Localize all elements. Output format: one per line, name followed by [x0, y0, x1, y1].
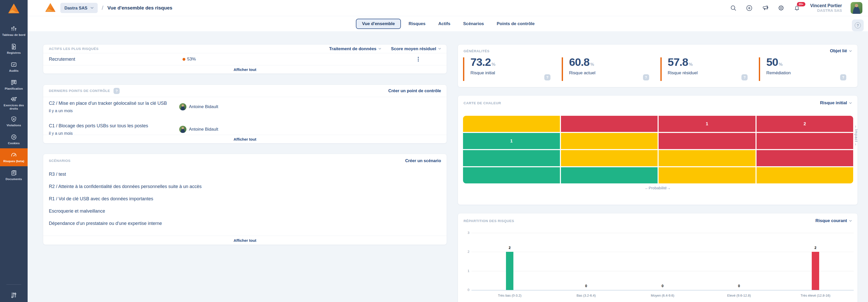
sidebar-item-violations[interactable]: Violations — [0, 112, 28, 130]
stats-row: 73.2% Risque initial ? 60.8% Risque actu… — [458, 57, 858, 81]
filter-score-type[interactable]: Score moyen résiduel — [391, 46, 441, 52]
sidebar-nav: Tableau de bord Registres Audits Planifi… — [0, 22, 28, 184]
add-circle-icon[interactable] — [746, 4, 753, 11]
audits-icon — [10, 61, 17, 68]
bar-chart-plot: 01232Très bas (0-3.2)0Bas (3.2-6.4)0Moye… — [471, 233, 854, 290]
gridline — [471, 290, 854, 291]
help-badge-icon[interactable]: ? — [741, 74, 748, 80]
panel-title: ACTIFS LES PLUS RISQUÉS — [49, 47, 99, 51]
row-actions-menu-icon[interactable] — [417, 56, 420, 62]
scenario-row[interactable]: Escroquerie et malveillance — [49, 208, 264, 215]
stat-risque-actuel: 60.8% Risque actuel ? — [562, 57, 660, 81]
create-scenario-link[interactable]: Créer un scénario — [405, 158, 441, 163]
filter-asset-type[interactable]: Traitement de données — [329, 46, 381, 52]
chevron-down-icon — [849, 50, 852, 52]
heatmap-cell[interactable] — [659, 133, 755, 149]
help-badge-icon[interactable]: ? — [643, 74, 649, 80]
tab-points-de-controle[interactable]: Points de contrôle — [492, 19, 540, 29]
heatmap-cell[interactable] — [561, 167, 658, 184]
scenario-row[interactable]: R1 / Vol de clé USB avec des données imp… — [49, 195, 264, 202]
heatmap-cell[interactable] — [561, 116, 658, 132]
heatmap-cell[interactable] — [756, 167, 854, 184]
x-axis-category-label: Bas (3.2-6.4) — [558, 294, 614, 297]
panel-risky-assets: ACTIFS LES PLUS RISQUÉS Traitement de do… — [43, 44, 447, 74]
bar[interactable] — [812, 252, 819, 290]
heatmap-x-axis-label: ←Probabilité→ — [458, 186, 858, 190]
help-badge-icon[interactable]: ? — [114, 88, 120, 94]
scenario-row[interactable]: R2 / Atteinte à la confidentialité des d… — [49, 183, 264, 190]
heatmap-cell[interactable]: 2 — [756, 116, 854, 132]
heatmap-y-axis-label: ←Impact→ — [854, 125, 859, 146]
filter-heatmap-risk[interactable]: Risque initial — [820, 101, 852, 106]
control-point-title: C2 / Mise en place d'un tracker géolocal… — [49, 100, 441, 106]
sidebar-item-audits[interactable]: Audits — [0, 58, 28, 76]
heatmap-cell[interactable] — [756, 133, 854, 149]
tab-actifs[interactable]: Actifs — [433, 19, 455, 29]
page-tabs: Vue d'ensemble Risques Actifs Scénarios … — [28, 16, 868, 31]
heatmap-cell[interactable] — [463, 116, 560, 132]
scenario-row[interactable]: Dépendance d'un prestataire ou d'une exp… — [49, 220, 264, 227]
settings-gear-icon[interactable] — [777, 4, 785, 11]
assignee: Antoine Bidault — [179, 126, 218, 133]
sidebar-item-risques[interactable]: Risques (beta) — [0, 148, 28, 166]
panel-risk-distribution: RÉPARTITION DES RISQUES Risque courant 0… — [458, 213, 858, 302]
create-control-point-link[interactable]: Créer un point de contrôle — [389, 88, 441, 93]
dastra-logo — [45, 2, 56, 13]
workspace-name: Dastra SAS — [64, 6, 87, 10]
heatmap-cell[interactable] — [756, 150, 854, 166]
heatmap-cell[interactable]: 1 — [463, 133, 560, 149]
app-root: Tableau de bord Registres Audits Planifi… — [0, 0, 868, 302]
panel-title: RÉPARTITION DES RISQUES — [464, 219, 514, 223]
help-badge-icon[interactable]: ? — [544, 74, 551, 80]
notifications-bell-icon[interactable]: 20+ — [793, 4, 801, 11]
show-all-link[interactable]: Afficher tout — [234, 67, 256, 72]
sidebar-item-documents[interactable]: Documents — [0, 166, 28, 184]
help-button[interactable]: ? — [852, 20, 864, 31]
preferences-sliders-icon — [10, 291, 18, 299]
sidebar-item-preferences[interactable] — [0, 288, 28, 302]
heatmap-cell[interactable] — [463, 167, 560, 184]
top-bar: Dastra SAS / Vue d'ensemble des risques … — [28, 0, 868, 16]
control-point-row[interactable]: C2 / Mise en place d'un tracker géolocal… — [43, 99, 447, 116]
x-axis-category-label: Elevé (9.6-12.8) — [711, 294, 767, 297]
user-avatar[interactable] — [850, 2, 862, 14]
heatmap-cell[interactable]: 1 — [659, 116, 755, 132]
sidebar-item-cookies[interactable]: Cookies — [0, 130, 28, 148]
chevron-down-icon — [438, 48, 441, 50]
heatmap-cell[interactable] — [561, 150, 658, 166]
sidebar-item-tableau-de-bord[interactable]: Tableau de bord — [0, 22, 28, 40]
dastra-triangle-logo[interactable] — [8, 3, 20, 15]
search-icon[interactable] — [730, 4, 737, 11]
heatmap-cell[interactable] — [463, 150, 560, 166]
assignee-avatar — [179, 126, 186, 133]
tab-vue-densemble[interactable]: Vue d'ensemble — [356, 19, 401, 29]
y-axis-tick-label: 0 — [461, 288, 469, 292]
stat-risque-residuel: 57.8% Risque résiduel ? — [660, 57, 759, 81]
documents-icon — [10, 170, 17, 176]
asset-row[interactable]: Recrutement 53% — [43, 53, 447, 65]
sidebar-item-planification[interactable]: Planification — [0, 76, 28, 94]
heatmap-cell[interactable] — [659, 167, 755, 184]
assignee-name: Antoine Bidault — [189, 127, 218, 132]
bar[interactable] — [506, 252, 514, 290]
announcements-icon[interactable] — [762, 4, 769, 11]
tab-scenarios[interactable]: Scénarios — [458, 19, 489, 29]
heatmap-cell[interactable] — [659, 150, 755, 166]
tab-risques[interactable]: Risques — [403, 19, 431, 29]
y-axis-tick-label: 3 — [461, 231, 469, 235]
page-title: Vue d'ensemble des risques — [107, 5, 172, 11]
help-icon: ? — [855, 22, 861, 28]
filter-distribution-risk[interactable]: Risque courant — [815, 218, 852, 223]
show-all-link[interactable]: Afficher tout — [234, 238, 256, 243]
help-badge-icon[interactable]: ? — [840, 74, 846, 80]
sidebar-item-registres[interactable]: Registres — [0, 40, 28, 58]
sidebar-item-exercices-des-droits[interactable]: Exercices des droits — [0, 94, 28, 112]
bar-value-label: 2 — [808, 246, 823, 250]
heatmap-cell[interactable] — [561, 133, 658, 149]
workspace-selector[interactable]: Dastra SAS — [60, 3, 98, 13]
panel-title: SCÉNARIOS — [49, 159, 70, 163]
filter-linked-object[interactable]: Objet lié — [830, 48, 852, 54]
user-menu[interactable]: Vincent Portier DASTRA SAS — [810, 3, 842, 13]
scenario-row[interactable]: R3 / test — [49, 171, 264, 178]
show-all-link[interactable]: Afficher tout — [234, 137, 256, 141]
